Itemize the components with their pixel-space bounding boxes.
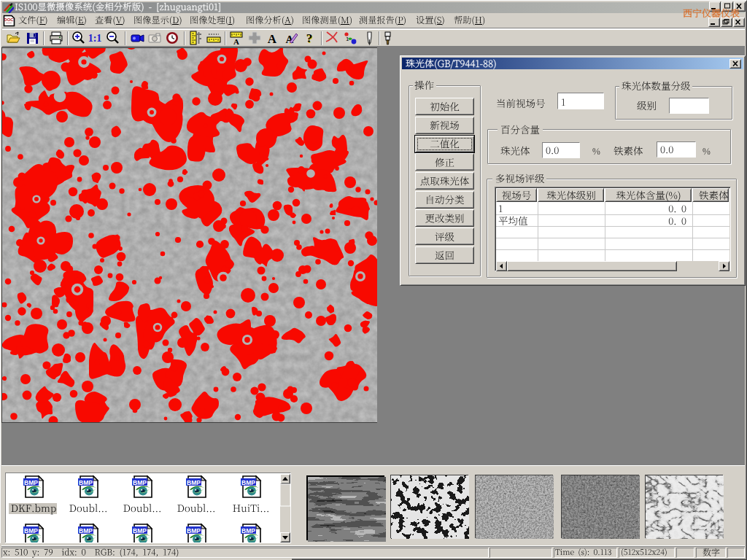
svg-text:1: 1	[346, 36, 349, 42]
svg-text:?: ?	[306, 31, 313, 45]
